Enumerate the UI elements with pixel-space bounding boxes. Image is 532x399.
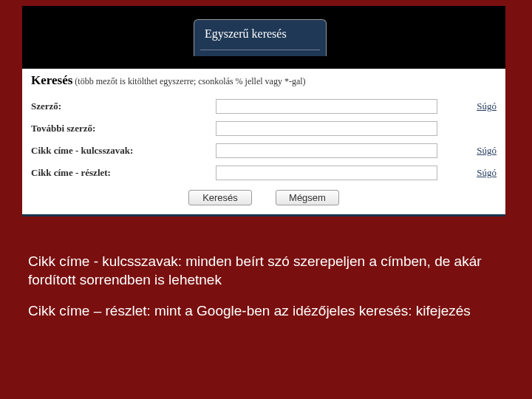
note-2: Cikk címe – részlet: mint a Google-ben a… [28, 302, 507, 321]
search-panel: Keresés (több mezőt is kitölthet egyszer… [22, 69, 505, 216]
button-row: Keresés Mégsem [31, 190, 497, 205]
label-more-author: További szerző: [31, 123, 216, 134]
label-title-phrase: Cikk címe - részlet: [31, 167, 216, 179]
help-title-keywords[interactable]: Súgó [477, 145, 497, 157]
note-1: Cikk címe - kulcsszavak: minden beírt sz… [28, 253, 507, 289]
tab-simple-search[interactable]: Egyszerű keresés [194, 19, 327, 56]
slide-notes: Cikk címe - kulcsszavak: minden beírt sz… [28, 253, 507, 334]
label-author: Szerző: [31, 100, 216, 112]
fields: Szerző: Súgó További szerző: Cikk címe -… [31, 95, 497, 184]
input-author[interactable] [216, 99, 437, 114]
label-title-keywords: Cikk címe - kulcsszavak: [31, 145, 216, 157]
slide: Egyszerű keresés Keresés (több mezőt is … [0, 0, 532, 399]
help-title-phrase[interactable]: Súgó [477, 167, 497, 179]
panel-heading: Keresés (több mezőt is kitölthet egyszer… [31, 73, 497, 88]
search-button[interactable]: Keresés [188, 190, 252, 205]
heading-hint: (több mezőt is kitölthet egyszerre; cson… [75, 76, 305, 86]
cancel-button[interactable]: Mégsem [276, 190, 339, 205]
heading-strong: Keresés [31, 73, 72, 87]
field-row-more-author: További szerző: [31, 117, 497, 140]
input-title-keywords[interactable] [216, 143, 437, 158]
input-more-author[interactable] [216, 121, 437, 136]
field-row-title-keywords: Cikk címe - kulcsszavak: Súgó [31, 140, 497, 162]
input-title-phrase[interactable] [216, 166, 437, 180]
help-author[interactable]: Súgó [477, 100, 497, 112]
tab-label: Egyszerű keresés [205, 27, 287, 40]
field-row-title-phrase: Cikk címe - részlet: Súgó [31, 162, 497, 184]
field-row-author: Szerző: Súgó [31, 95, 497, 117]
